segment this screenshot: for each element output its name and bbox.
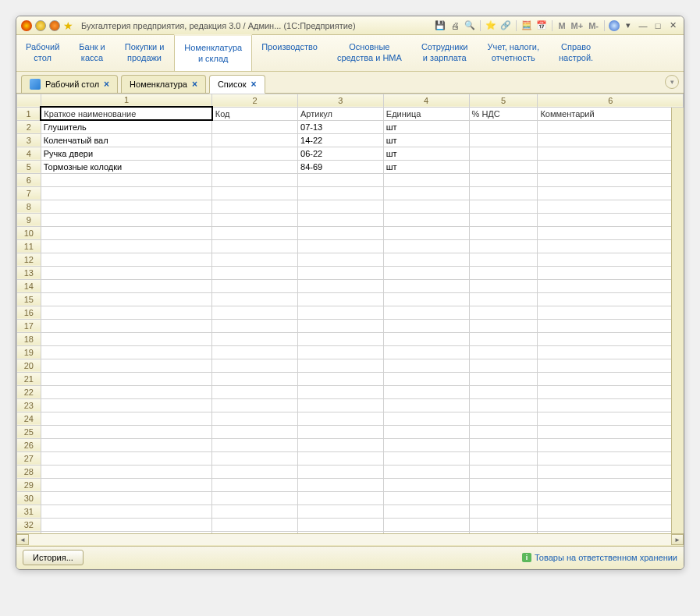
cell[interactable] (469, 345, 538, 359)
header-cell[interactable]: Код (212, 107, 298, 120)
cell[interactable] (41, 465, 212, 478)
cell[interactable] (538, 226, 684, 239)
cell[interactable] (383, 266, 469, 279)
nav-item[interactable]: Основныесредства и НМА (328, 35, 412, 71)
cell[interactable] (469, 451, 538, 465)
cell[interactable] (298, 438, 384, 451)
cell[interactable] (469, 425, 538, 438)
cell[interactable] (298, 359, 384, 372)
cell[interactable] (538, 319, 684, 332)
cell[interactable] (298, 385, 384, 398)
scroll-track[interactable] (29, 534, 671, 545)
cell[interactable] (212, 226, 298, 239)
cell[interactable] (298, 213, 384, 226)
cell[interactable] (41, 451, 212, 465)
cell[interactable] (538, 147, 684, 160)
cell[interactable] (41, 226, 212, 239)
cell[interactable] (41, 359, 212, 372)
cell[interactable] (538, 438, 684, 451)
cell[interactable] (538, 478, 684, 491)
cell[interactable] (538, 345, 684, 359)
cell[interactable] (298, 478, 384, 491)
row-header[interactable]: 20 (17, 359, 41, 372)
cell[interactable] (383, 186, 469, 200)
cell[interactable] (538, 465, 684, 478)
col-header[interactable]: 2 (212, 94, 298, 107)
cell[interactable]: 07-13 (298, 120, 384, 133)
row-header[interactable]: 27 (17, 451, 41, 465)
cell[interactable] (469, 438, 538, 451)
link-icon[interactable]: 🔗 (499, 19, 512, 32)
cell[interactable] (41, 478, 212, 491)
cell[interactable] (469, 412, 538, 425)
header-cell[interactable]: Краткое наименование (41, 107, 212, 120)
cell[interactable] (469, 478, 538, 491)
cell[interactable] (469, 133, 538, 147)
cell[interactable] (212, 412, 298, 425)
cell[interactable] (212, 213, 298, 226)
cell[interactable] (469, 372, 538, 385)
cell[interactable] (212, 147, 298, 160)
cell[interactable] (383, 319, 469, 332)
cell[interactable]: 06-22 (298, 147, 384, 160)
cell[interactable] (538, 491, 684, 504)
row-header[interactable]: 6 (17, 173, 41, 186)
cell[interactable] (298, 279, 384, 292)
tab-nomenclature[interactable]: Номенклатура × (121, 75, 206, 93)
row-header[interactable]: 16 (17, 306, 41, 319)
cell[interactable] (298, 518, 384, 531)
cell[interactable] (41, 279, 212, 292)
cell[interactable] (538, 504, 684, 518)
cell[interactable] (383, 200, 469, 213)
row-header[interactable]: 29 (17, 478, 41, 491)
cell[interactable] (383, 518, 469, 531)
horizontal-scrollbar[interactable]: ◄ ► (16, 533, 684, 546)
m-button[interactable]: M (556, 21, 567, 30)
cell[interactable]: Тормозные колодки (41, 160, 212, 173)
cell[interactable] (383, 465, 469, 478)
col-header[interactable]: 6 (538, 94, 684, 107)
row-header[interactable]: 32 (17, 518, 41, 531)
cell[interactable] (298, 451, 384, 465)
row-header[interactable]: 10 (17, 226, 41, 239)
cell[interactable]: шт (383, 133, 469, 147)
cell[interactable] (383, 398, 469, 412)
cell[interactable] (212, 425, 298, 438)
cell[interactable] (383, 478, 469, 491)
cell[interactable] (383, 226, 469, 239)
cell[interactable] (538, 120, 684, 133)
cell[interactable] (469, 465, 538, 478)
nav-item[interactable]: Сотрудникии зарплата (412, 35, 478, 71)
cell[interactable] (41, 292, 212, 306)
tab-desktop[interactable]: Рабочий стол × (21, 75, 118, 93)
cell[interactable] (383, 491, 469, 504)
nav-item[interactable]: Учет, налоги,отчетность (478, 35, 549, 71)
m-minus-button[interactable]: M- (587, 21, 600, 30)
nav-item[interactable]: Рабочийстол (16, 35, 69, 71)
cell[interactable] (41, 253, 212, 266)
nav-item[interactable]: Производство (252, 35, 328, 71)
cell[interactable] (469, 200, 538, 213)
row-header[interactable]: 13 (17, 266, 41, 279)
cell[interactable]: шт (383, 147, 469, 160)
row-header[interactable]: 5 (17, 160, 41, 173)
header-cell[interactable]: Комментарий (538, 107, 684, 120)
cell[interactable] (41, 332, 212, 345)
cell[interactable] (298, 398, 384, 412)
cell[interactable] (41, 518, 212, 531)
row-header[interactable]: 23 (17, 398, 41, 412)
cell[interactable] (41, 319, 212, 332)
cell[interactable] (538, 213, 684, 226)
cell[interactable] (212, 200, 298, 213)
maximize-icon[interactable]: □ (652, 19, 664, 32)
cell[interactable] (383, 253, 469, 266)
cell[interactable] (212, 292, 298, 306)
cell[interactable] (298, 186, 384, 200)
cell[interactable] (212, 372, 298, 385)
row-header[interactable]: 11 (17, 239, 41, 253)
cell[interactable] (298, 173, 384, 186)
cell[interactable] (383, 173, 469, 186)
cell[interactable] (41, 425, 212, 438)
cell[interactable] (469, 160, 538, 173)
vertical-scrollbar[interactable] (671, 108, 684, 533)
